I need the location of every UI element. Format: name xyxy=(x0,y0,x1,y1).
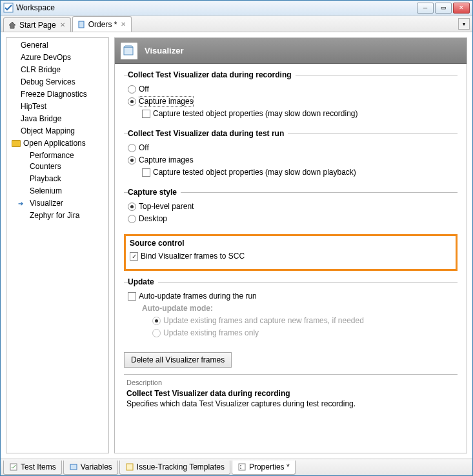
radio-recording-capture[interactable]: Capture images xyxy=(128,95,458,108)
bottom-tabstrip: Test Items Variables Issue-Tracking Temp… xyxy=(1,459,472,475)
radio-capstyle-top[interactable]: Top-level parent xyxy=(128,201,458,213)
radio-capstyle-desktop[interactable]: Desktop xyxy=(128,213,458,225)
radio-testrun-capture[interactable]: Capture images xyxy=(128,154,458,166)
tab-label: Orders * xyxy=(88,20,117,29)
radio-label: Off xyxy=(139,84,149,95)
group-legend: Capture style xyxy=(128,188,181,197)
svg-rect-6 xyxy=(239,464,245,470)
description-label: Description xyxy=(126,379,455,386)
home-icon xyxy=(8,21,17,30)
description-box: Description Collect Test Visualizer data… xyxy=(124,374,458,408)
variables-icon xyxy=(69,462,78,471)
tab-properties[interactable]: Properties * xyxy=(232,461,296,475)
svg-rect-1 xyxy=(79,21,84,28)
tab-overflow-button[interactable]: ▾ xyxy=(458,18,470,30)
tree-item-label: Open Applications xyxy=(23,138,86,149)
tab-issue-tracking[interactable]: Issue-Tracking Templates xyxy=(119,461,230,475)
title-bar: Workspace ─ ▭ ✕ xyxy=(1,1,472,15)
check-recording-props[interactable]: Capture tested object properties (may sl… xyxy=(128,108,458,120)
minimize-button[interactable]: ─ xyxy=(417,3,434,14)
radio-icon xyxy=(128,144,136,152)
radio-label: Update existing frames and capture new f… xyxy=(163,315,364,326)
tree-item-zephyr[interactable]: Zephyr for Jira xyxy=(6,210,108,222)
document-tabs: Start Page ✕ Orders * ✕ ▾ xyxy=(1,15,472,32)
tree-item-freeze-diagnostics[interactable]: Freeze Diagnostics xyxy=(6,88,108,101)
tab-label: Variables xyxy=(81,462,112,471)
tab-label: Start Page xyxy=(19,21,56,30)
description-heading: Collect Test Visualizer data during reco… xyxy=(126,389,455,398)
group-recording: Collect Test Visualizer data during reco… xyxy=(124,70,458,125)
radio-label: Capture images xyxy=(139,96,194,107)
tab-test-items[interactable]: Test Items xyxy=(3,461,62,475)
tree-item-debug-services[interactable]: Debug Services xyxy=(6,76,108,88)
check-label: Capture tested object properties (may sl… xyxy=(153,167,356,178)
tab-start-page[interactable]: Start Page ✕ xyxy=(3,17,71,32)
check-bind-scc[interactable]: Bind Visualizer frames to SCC xyxy=(130,250,452,263)
radio-icon xyxy=(128,97,136,106)
group-testrun: Collect Test Visualizer data during test… xyxy=(124,129,458,184)
tree-item-object-mapping[interactable]: Object Mapping xyxy=(6,125,108,137)
visualizer-icon xyxy=(120,42,138,60)
tree-item-clr-bridge[interactable]: CLR Bridge xyxy=(6,64,108,76)
tab-label: Properties * xyxy=(249,462,290,471)
tree-item-performance-counters[interactable]: Performance Counters xyxy=(6,150,108,173)
panel-title: Visualizer xyxy=(145,46,183,55)
radio-label: Capture images xyxy=(139,155,194,166)
check-label: Bind Visualizer frames to SCC xyxy=(141,251,245,262)
selected-arrow-icon: ➔ xyxy=(18,198,23,209)
svg-rect-5 xyxy=(126,464,133,470)
svg-rect-4 xyxy=(70,464,77,470)
group-legend: Collect Test Visualizer data during test… xyxy=(128,129,288,138)
radio-label: Top-level parent xyxy=(139,201,194,212)
tab-orders[interactable]: Orders * ✕ xyxy=(72,16,132,32)
check-label: Auto-update frames during the run xyxy=(139,291,257,302)
group-legend: Update xyxy=(128,277,158,286)
group-update: Update Auto-update frames during the run… xyxy=(124,277,458,344)
tree-item-open-applications[interactable]: Open Applications xyxy=(6,137,108,150)
svg-rect-8 xyxy=(240,468,241,469)
maximize-button[interactable]: ▭ xyxy=(435,3,452,14)
tab-variables[interactable]: Variables xyxy=(63,461,118,475)
delete-frames-button[interactable]: Delete all Visualizer frames xyxy=(124,352,232,368)
tree-item-java-bridge[interactable]: Java Bridge xyxy=(6,113,108,125)
tree-item-label: Visualizer xyxy=(30,199,63,208)
group-legend: Source control xyxy=(130,239,452,248)
checkbox-icon xyxy=(142,110,150,118)
radio-recording-off[interactable]: Off xyxy=(128,83,458,95)
group-capture-style: Capture style Top-level parent Desktop xyxy=(124,188,458,230)
check-auto-update[interactable]: Auto-update frames during the run xyxy=(128,290,458,302)
tree-item-azure-devops[interactable]: Azure DevOps xyxy=(6,52,108,64)
folder-icon xyxy=(12,140,21,147)
radio-testrun-off[interactable]: Off xyxy=(128,142,458,154)
tab-close-icon[interactable]: ✕ xyxy=(59,21,66,28)
radio-icon xyxy=(128,215,136,223)
tree-item-selenium[interactable]: Selenium xyxy=(6,185,108,197)
checklist-icon xyxy=(9,462,18,471)
tree-item-visualizer[interactable]: ➔ Visualizer xyxy=(6,197,108,210)
radio-icon xyxy=(152,329,161,337)
checkbox-icon xyxy=(142,168,150,177)
description-text: Specifies which data Test Visualizer cap… xyxy=(126,399,455,408)
category-tree[interactable]: General Azure DevOps CLR Bridge Debug Se… xyxy=(6,37,109,453)
radio-icon xyxy=(128,203,136,211)
window-title: Workspace xyxy=(16,3,417,12)
label-auto-update-mode: Auto-update mode: xyxy=(128,302,458,315)
radio-label: Desktop xyxy=(139,213,167,224)
close-button[interactable]: ✕ xyxy=(453,3,470,14)
properties-icon xyxy=(237,462,247,471)
document-icon xyxy=(77,20,86,29)
checkbox-icon xyxy=(130,252,138,261)
tree-item-general[interactable]: General xyxy=(6,39,108,52)
tab-label: Issue-Tracking Templates xyxy=(137,462,225,471)
tree-item-hiptest[interactable]: HipTest xyxy=(6,101,108,113)
sub-label: Auto-update mode: xyxy=(142,303,213,314)
tree-item-playback[interactable]: Playback xyxy=(6,173,108,185)
tab-close-icon[interactable]: ✕ xyxy=(119,21,127,28)
checkbox-icon xyxy=(128,292,136,301)
check-testrun-props[interactable]: Capture tested object properties (may sl… xyxy=(128,166,458,179)
svg-rect-7 xyxy=(240,465,241,466)
radio-label: Off xyxy=(139,143,149,154)
group-source-control-highlight: Source control Bind Visualizer frames to… xyxy=(124,234,458,271)
app-icon xyxy=(3,3,14,13)
radio-icon xyxy=(128,85,136,94)
